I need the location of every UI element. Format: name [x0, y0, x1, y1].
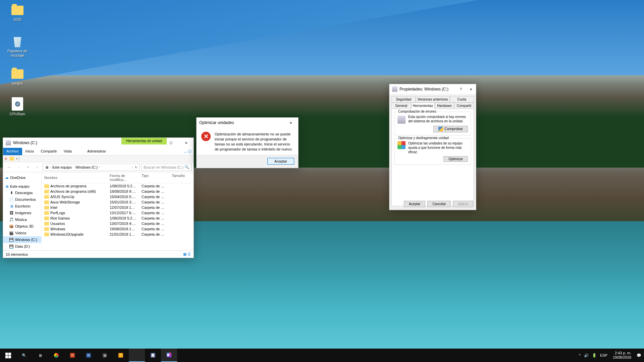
sidebar-item-windows-c[interactable]: 💾Windows (C:) — [3, 236, 41, 243]
language-indicator[interactable]: ESP — [600, 353, 607, 357]
forward-button[interactable]: → — [14, 165, 22, 169]
ok-button[interactable]: Aceptar — [404, 201, 425, 207]
sidebar: ☁OneDrive 🖥Este equipo ⬇Descargas 📄Docum… — [3, 172, 42, 251]
header-size[interactable]: Tamaño — [169, 174, 189, 182]
tab-hardware[interactable]: Hardware — [435, 103, 454, 109]
close-button[interactable]: ✕ — [466, 84, 476, 94]
close-button[interactable]: ✕ — [178, 138, 194, 148]
sidebar-thispc[interactable]: 🖥Este equipo — [3, 183, 41, 189]
taskbar-explorer[interactable] — [129, 349, 145, 362]
cancel-button[interactable]: Cancelar — [427, 201, 451, 207]
properties-window: Propiedades: Windows (C:) ?✕ Seguridad V… — [389, 84, 476, 210]
breadcrumb-item[interactable]: Windows (C:) — [75, 165, 98, 169]
up-button[interactable]: ↑ — [33, 165, 41, 169]
taskbar-winamp[interactable]: ⚡ — [113, 349, 129, 362]
recent-button[interactable]: ▾ — [24, 166, 32, 169]
file-row[interactable]: ASUS SyncUp15/04/2016 5:46 p....Carpeta … — [42, 194, 194, 199]
file-row[interactable]: Archivos de programa1/08/2018 5:25 p. m.… — [42, 183, 194, 189]
header-date[interactable]: Fecha de modifica... — [107, 174, 139, 182]
sidebar-item-objetos3d[interactable]: 📦Objetos 3D — [3, 223, 41, 230]
explorer-window: Windows (C:) Herramientas de unidad ─ ☐ … — [3, 137, 194, 258]
folder-icon — [44, 184, 49, 188]
optimize-button[interactable]: Optimizar — [443, 156, 468, 162]
tab-compartir[interactable]: Compartir — [454, 103, 474, 109]
ribbon-tab-compartir[interactable]: Compartir — [37, 148, 60, 155]
header-name[interactable]: Nombre — [42, 174, 107, 182]
file-list: Nombre Fecha de modifica... Tipo Tamaño … — [42, 172, 194, 251]
desktop-icon-sod[interactable]: SOD — [5, 3, 30, 22]
apply-button[interactable]: Aplicar — [453, 201, 473, 207]
desktop-icon-juegos[interactable]: juegos — [5, 66, 30, 85]
tab-versiones[interactable]: Versiones anteriores — [416, 96, 449, 103]
tab-seguridad[interactable]: Seguridad — [391, 96, 416, 103]
sidebar-item-musica[interactable]: 🎵Música — [3, 216, 41, 223]
folder-icon — [44, 222, 49, 226]
sidebar-item-imagenes[interactable]: 🖼Imágenes — [3, 209, 41, 216]
help-button[interactable]: ? — [456, 84, 466, 94]
desktop-icon-cpuram[interactable]: ⚙ CPURam — [5, 97, 30, 116]
check-button[interactable]: Comprobar — [433, 126, 468, 132]
toolbar-icon[interactable]: ⊘ — [4, 157, 7, 161]
view-toggle[interactable]: ▦ ☰ — [183, 252, 191, 256]
file-row[interactable]: PerfLogs13/12/2017 6:26 p....Carpeta de … — [42, 210, 194, 216]
header-type[interactable]: Tipo — [139, 174, 169, 182]
battery-icon[interactable]: 🔋 — [592, 353, 597, 358]
check-errors-group: Comprobación de errores Esta opción comp… — [394, 112, 471, 135]
taskbar-word[interactable]: W — [80, 349, 97, 362]
file-row[interactable]: Windows10Upgrade21/01/2018 10:29 a....Ca… — [42, 232, 194, 237]
file-row[interactable]: Archivos de programa (x86)18/08/2018 9:5… — [42, 189, 194, 194]
group-desc: Esta opción comprobará si hay errores de… — [408, 115, 468, 123]
ribbon-tab-vista[interactable]: Vista — [60, 148, 75, 155]
folder-icon — [44, 233, 49, 236]
file-row[interactable]: Intel12/07/2018 12:33 ...Carpeta de arch… — [42, 205, 194, 210]
clock[interactable]: 2:43 p. m. 19/08/2018 — [611, 351, 633, 360]
file-row[interactable]: Asus WebStorage15/01/2018 3:27 p....Carp… — [42, 199, 194, 205]
start-button[interactable] — [0, 349, 16, 362]
breadcrumb-dropdown[interactable]: ⌄ ↻ — [131, 166, 138, 169]
taskbar-app1[interactable]: 📋 — [145, 349, 161, 362]
tab-general[interactable]: General — [391, 103, 411, 109]
ribbon-tab-inicio[interactable]: Inicio — [22, 148, 38, 155]
close-button[interactable]: ✕ — [283, 118, 298, 128]
taskbar-powerpoint[interactable]: P — [64, 349, 80, 362]
explorer-titlebar[interactable]: Windows (C:) Herramientas de unidad ─ ☐ … — [3, 138, 194, 148]
optimize-group: Optimizar y desfragmentar unidad Optimiz… — [394, 138, 471, 165]
ribbon-tab-administrar[interactable]: Administrar — [84, 148, 109, 155]
folder-icon — [44, 195, 49, 199]
chevron-down-icon[interactable]: ▾ │ — [16, 157, 20, 160]
sidebar-onedrive[interactable]: ☁OneDrive — [3, 174, 41, 181]
sidebar-item-descargas[interactable]: ⬇Descargas — [3, 189, 41, 196]
tray-expand-icon[interactable]: ^ — [579, 353, 581, 357]
sidebar-item-escritorio[interactable]: 🖥Escritorio — [3, 203, 41, 209]
desktop-icon-label: CPURam — [5, 112, 30, 116]
error-icon: ✕ — [201, 132, 211, 141]
taskbar-app2[interactable]: ◆ — [161, 349, 177, 362]
taskbar: 🔍 ⊞ P W ⊞ ⚡ 📋 ◆ ^ 🔊 🔋 ESP 2:43 p. m. 19/… — [0, 349, 644, 362]
notifications-icon[interactable]: 💬 — [637, 353, 641, 358]
breadcrumb[interactable]: 🖥› Este equipo› Windows (C:)› ⌄ ↻ — [43, 164, 140, 171]
help-icon[interactable]: ⌄ ⓘ — [182, 148, 194, 155]
tab-cuota[interactable]: Cuota — [450, 96, 474, 103]
sidebar-item-data-d[interactable]: 💾Data (D:) — [3, 243, 41, 250]
folder-icon[interactable] — [9, 157, 14, 161]
desktop-icon-recycle[interactable]: Papelera de reciclaje — [5, 34, 30, 58]
ok-button[interactable]: Aceptar — [267, 158, 294, 165]
sidebar-item-documentos[interactable]: 📄Documentos — [3, 196, 41, 203]
taskbar-calculator[interactable]: ⊞ — [97, 349, 113, 362]
sidebar-item-videos[interactable]: 🎬Videos — [3, 230, 41, 236]
file-row[interactable]: Windows19/08/2018 11:02 a....Carpeta de … — [42, 226, 194, 232]
tab-herramientas[interactable]: Herramientas — [411, 103, 435, 109]
volume-icon[interactable]: 🔊 — [584, 353, 589, 358]
taskview-button[interactable]: ⊞ — [32, 349, 48, 362]
breadcrumb-item[interactable]: Este equipo — [52, 165, 72, 169]
search-button[interactable]: 🔍 — [16, 349, 32, 362]
file-row[interactable]: Riot Games1/08/2018 5:21 p. m.Carpeta de… — [42, 216, 194, 221]
drive-icon — [6, 140, 11, 145]
group-title: Optimizar y desfragmentar unidad — [397, 136, 450, 140]
taskbar-chrome[interactable] — [48, 349, 64, 362]
ribbon-tab-file[interactable]: Archivo — [3, 148, 22, 155]
file-row[interactable]: Usuarios13/07/2018 4:02 p....Carpeta de … — [42, 221, 194, 226]
pc-icon: 🖥 — [45, 165, 49, 169]
search-input[interactable]: Buscar en Windows (C:) 🔍 — [141, 164, 192, 171]
back-button[interactable]: ← — [5, 165, 13, 169]
